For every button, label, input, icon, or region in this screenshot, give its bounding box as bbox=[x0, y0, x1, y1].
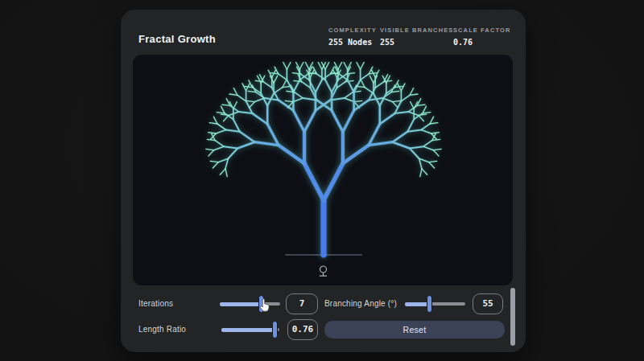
fractal-app-card: Fractal Growth COMPLEXITY 255 Nodes VISI… bbox=[121, 10, 526, 352]
fractal-canvas[interactable] bbox=[133, 55, 513, 285]
iterations-slider-fill bbox=[220, 302, 262, 306]
stat-visible-branches-label: VISIBLE BRANCHES bbox=[380, 27, 453, 34]
stat-complexity: COMPLEXITY 255 Nodes bbox=[328, 27, 377, 47]
hand-pointer-cursor bbox=[258, 298, 270, 312]
stat-visible-branches-value: 255 bbox=[380, 38, 453, 47]
length-ratio-value-field[interactable]: 0.76 bbox=[287, 319, 318, 340]
length-ratio-slider-handle[interactable] bbox=[272, 321, 278, 338]
branching-angle-slider-handle[interactable] bbox=[427, 295, 432, 313]
page-title: Fractal Growth bbox=[138, 33, 216, 45]
branching-angle-slider[interactable] bbox=[405, 295, 465, 313]
reset-button[interactable]: Reset bbox=[324, 321, 505, 338]
length-ratio-slider[interactable] bbox=[221, 321, 279, 338]
length-ratio-slider-fill bbox=[221, 328, 275, 332]
desktop-background: { "header": { "title": "Fractal Growth",… bbox=[0, 0, 644, 361]
stat-scale-factor-label: SCALE FACTOR bbox=[453, 27, 510, 34]
iterations-label: Iterations bbox=[138, 299, 173, 308]
branching-angle-slider-fill bbox=[405, 302, 430, 306]
fractal-tree bbox=[133, 55, 513, 285]
stat-scale-factor-value: 0.76 bbox=[453, 38, 510, 47]
branching-angle-value-field[interactable]: 55 bbox=[473, 293, 503, 314]
length-ratio-label: Length Ratio bbox=[138, 325, 186, 334]
stat-complexity-value: 255 Nodes bbox=[328, 38, 377, 47]
tree-icon bbox=[317, 265, 329, 279]
iterations-slider[interactable] bbox=[220, 295, 280, 313]
stat-scale-factor: SCALE FACTOR 0.76 bbox=[453, 27, 510, 47]
iterations-value-field[interactable]: 7 bbox=[286, 293, 318, 314]
stat-visible-branches: VISIBLE BRANCHES 255 bbox=[380, 27, 453, 47]
controls-scrollbar[interactable] bbox=[510, 288, 515, 346]
stat-complexity-label: COMPLEXITY bbox=[328, 27, 377, 34]
branching-angle-label: Branching Angle (°) bbox=[324, 299, 397, 308]
